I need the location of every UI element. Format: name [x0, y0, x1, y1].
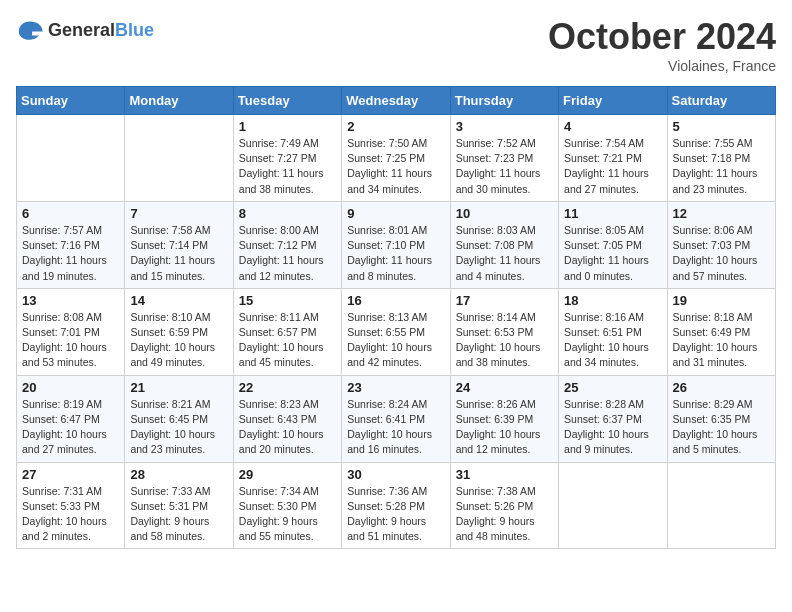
day-number: 29 [239, 467, 336, 482]
header-day: Thursday [450, 87, 558, 115]
day-info: Sunrise: 8:24 AM Sunset: 6:41 PM Dayligh… [347, 397, 444, 458]
calendar-cell: 28Sunrise: 7:33 AM Sunset: 5:31 PM Dayli… [125, 462, 233, 549]
logo-icon [16, 16, 44, 44]
calendar-cell: 8Sunrise: 8:00 AM Sunset: 7:12 PM Daylig… [233, 201, 341, 288]
calendar-cell: 31Sunrise: 7:38 AM Sunset: 5:26 PM Dayli… [450, 462, 558, 549]
day-info: Sunrise: 8:06 AM Sunset: 7:03 PM Dayligh… [673, 223, 770, 284]
day-info: Sunrise: 7:50 AM Sunset: 7:25 PM Dayligh… [347, 136, 444, 197]
calendar-cell: 19Sunrise: 8:18 AM Sunset: 6:49 PM Dayli… [667, 288, 775, 375]
calendar-cell: 16Sunrise: 8:13 AM Sunset: 6:55 PM Dayli… [342, 288, 450, 375]
day-number: 16 [347, 293, 444, 308]
header-day: Wednesday [342, 87, 450, 115]
day-number: 25 [564, 380, 661, 395]
day-number: 30 [347, 467, 444, 482]
day-number: 27 [22, 467, 119, 482]
day-number: 1 [239, 119, 336, 134]
calendar-cell [17, 115, 125, 202]
calendar-week-row: 1Sunrise: 7:49 AM Sunset: 7:27 PM Daylig… [17, 115, 776, 202]
header-day: Monday [125, 87, 233, 115]
day-number: 13 [22, 293, 119, 308]
day-number: 28 [130, 467, 227, 482]
calendar-cell: 14Sunrise: 8:10 AM Sunset: 6:59 PM Dayli… [125, 288, 233, 375]
calendar-cell: 5Sunrise: 7:55 AM Sunset: 7:18 PM Daylig… [667, 115, 775, 202]
calendar-cell [559, 462, 667, 549]
day-info: Sunrise: 8:16 AM Sunset: 6:51 PM Dayligh… [564, 310, 661, 371]
day-number: 9 [347, 206, 444, 221]
day-number: 12 [673, 206, 770, 221]
day-info: Sunrise: 8:26 AM Sunset: 6:39 PM Dayligh… [456, 397, 553, 458]
logo-blue: Blue [115, 20, 154, 40]
calendar-body: 1Sunrise: 7:49 AM Sunset: 7:27 PM Daylig… [17, 115, 776, 549]
logo-general: General [48, 20, 115, 40]
day-info: Sunrise: 8:21 AM Sunset: 6:45 PM Dayligh… [130, 397, 227, 458]
day-info: Sunrise: 7:33 AM Sunset: 5:31 PM Dayligh… [130, 484, 227, 545]
logo: GeneralBlue [16, 16, 154, 44]
calendar-cell: 7Sunrise: 7:58 AM Sunset: 7:14 PM Daylig… [125, 201, 233, 288]
day-number: 31 [456, 467, 553, 482]
day-info: Sunrise: 8:28 AM Sunset: 6:37 PM Dayligh… [564, 397, 661, 458]
day-info: Sunrise: 7:49 AM Sunset: 7:27 PM Dayligh… [239, 136, 336, 197]
calendar-cell: 17Sunrise: 8:14 AM Sunset: 6:53 PM Dayli… [450, 288, 558, 375]
day-info: Sunrise: 7:54 AM Sunset: 7:21 PM Dayligh… [564, 136, 661, 197]
calendar-week-row: 13Sunrise: 8:08 AM Sunset: 7:01 PM Dayli… [17, 288, 776, 375]
calendar-cell [667, 462, 775, 549]
day-number: 8 [239, 206, 336, 221]
day-info: Sunrise: 8:11 AM Sunset: 6:57 PM Dayligh… [239, 310, 336, 371]
day-info: Sunrise: 7:55 AM Sunset: 7:18 PM Dayligh… [673, 136, 770, 197]
day-number: 19 [673, 293, 770, 308]
calendar-cell: 26Sunrise: 8:29 AM Sunset: 6:35 PM Dayli… [667, 375, 775, 462]
day-number: 17 [456, 293, 553, 308]
day-number: 15 [239, 293, 336, 308]
day-info: Sunrise: 7:31 AM Sunset: 5:33 PM Dayligh… [22, 484, 119, 545]
day-info: Sunrise: 8:00 AM Sunset: 7:12 PM Dayligh… [239, 223, 336, 284]
day-number: 24 [456, 380, 553, 395]
day-info: Sunrise: 8:13 AM Sunset: 6:55 PM Dayligh… [347, 310, 444, 371]
calendar-cell: 23Sunrise: 8:24 AM Sunset: 6:41 PM Dayli… [342, 375, 450, 462]
day-info: Sunrise: 7:38 AM Sunset: 5:26 PM Dayligh… [456, 484, 553, 545]
day-number: 23 [347, 380, 444, 395]
day-number: 22 [239, 380, 336, 395]
calendar-cell: 11Sunrise: 8:05 AM Sunset: 7:05 PM Dayli… [559, 201, 667, 288]
calendar-cell: 13Sunrise: 8:08 AM Sunset: 7:01 PM Dayli… [17, 288, 125, 375]
calendar-cell: 9Sunrise: 8:01 AM Sunset: 7:10 PM Daylig… [342, 201, 450, 288]
calendar-cell: 25Sunrise: 8:28 AM Sunset: 6:37 PM Dayli… [559, 375, 667, 462]
day-info: Sunrise: 7:57 AM Sunset: 7:16 PM Dayligh… [22, 223, 119, 284]
calendar-cell: 21Sunrise: 8:21 AM Sunset: 6:45 PM Dayli… [125, 375, 233, 462]
header-day: Sunday [17, 87, 125, 115]
title-block: October 2024 Violaines, France [548, 16, 776, 74]
day-info: Sunrise: 8:10 AM Sunset: 6:59 PM Dayligh… [130, 310, 227, 371]
month-title: October 2024 [548, 16, 776, 58]
calendar-cell: 1Sunrise: 7:49 AM Sunset: 7:27 PM Daylig… [233, 115, 341, 202]
calendar-header: SundayMondayTuesdayWednesdayThursdayFrid… [17, 87, 776, 115]
calendar-cell: 3Sunrise: 7:52 AM Sunset: 7:23 PM Daylig… [450, 115, 558, 202]
header-row: SundayMondayTuesdayWednesdayThursdayFrid… [17, 87, 776, 115]
calendar-cell: 27Sunrise: 7:31 AM Sunset: 5:33 PM Dayli… [17, 462, 125, 549]
day-info: Sunrise: 8:14 AM Sunset: 6:53 PM Dayligh… [456, 310, 553, 371]
day-number: 10 [456, 206, 553, 221]
calendar-cell: 4Sunrise: 7:54 AM Sunset: 7:21 PM Daylig… [559, 115, 667, 202]
calendar-cell [125, 115, 233, 202]
calendar-cell: 12Sunrise: 8:06 AM Sunset: 7:03 PM Dayli… [667, 201, 775, 288]
day-info: Sunrise: 8:19 AM Sunset: 6:47 PM Dayligh… [22, 397, 119, 458]
calendar-week-row: 27Sunrise: 7:31 AM Sunset: 5:33 PM Dayli… [17, 462, 776, 549]
day-info: Sunrise: 8:08 AM Sunset: 7:01 PM Dayligh… [22, 310, 119, 371]
day-info: Sunrise: 8:29 AM Sunset: 6:35 PM Dayligh… [673, 397, 770, 458]
day-number: 2 [347, 119, 444, 134]
page-header: GeneralBlue October 2024 Violaines, Fran… [16, 16, 776, 74]
day-info: Sunrise: 8:03 AM Sunset: 7:08 PM Dayligh… [456, 223, 553, 284]
day-number: 14 [130, 293, 227, 308]
calendar-cell: 15Sunrise: 8:11 AM Sunset: 6:57 PM Dayli… [233, 288, 341, 375]
header-day: Tuesday [233, 87, 341, 115]
day-info: Sunrise: 7:52 AM Sunset: 7:23 PM Dayligh… [456, 136, 553, 197]
calendar-cell: 30Sunrise: 7:36 AM Sunset: 5:28 PM Dayli… [342, 462, 450, 549]
day-number: 4 [564, 119, 661, 134]
day-info: Sunrise: 8:18 AM Sunset: 6:49 PM Dayligh… [673, 310, 770, 371]
day-number: 5 [673, 119, 770, 134]
calendar-cell: 24Sunrise: 8:26 AM Sunset: 6:39 PM Dayli… [450, 375, 558, 462]
day-info: Sunrise: 7:36 AM Sunset: 5:28 PM Dayligh… [347, 484, 444, 545]
subtitle: Violaines, France [548, 58, 776, 74]
calendar-cell: 10Sunrise: 8:03 AM Sunset: 7:08 PM Dayli… [450, 201, 558, 288]
calendar-cell: 6Sunrise: 7:57 AM Sunset: 7:16 PM Daylig… [17, 201, 125, 288]
calendar-table: SundayMondayTuesdayWednesdayThursdayFrid… [16, 86, 776, 549]
day-info: Sunrise: 8:05 AM Sunset: 7:05 PM Dayligh… [564, 223, 661, 284]
